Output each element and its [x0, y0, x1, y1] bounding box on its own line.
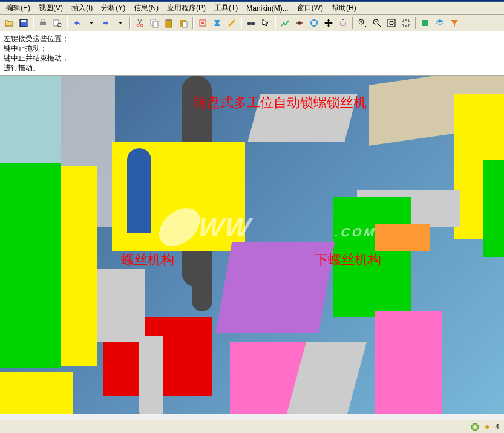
redo-dropdown[interactable]: [114, 16, 127, 30]
svg-point-7: [140, 24, 143, 27]
paste-special-button[interactable]: [177, 16, 190, 30]
save-button[interactable]: [17, 16, 30, 30]
orient-button[interactable]: [336, 16, 350, 30]
spin-icon: [309, 18, 319, 28]
menu-help[interactable]: 帮助(H): [328, 2, 360, 15]
undo-button[interactable]: [70, 16, 83, 30]
message-line: 进行拖动。: [4, 63, 500, 73]
model-part: [483, 160, 504, 257]
undo-icon: [72, 18, 82, 28]
menu-info[interactable]: 信息(N): [130, 2, 162, 15]
save-icon: [19, 18, 28, 28]
statusbar: 4: [0, 420, 504, 433]
menu-applications[interactable]: 应用程序(P): [163, 2, 209, 15]
menu-edit[interactable]: 编辑(E): [2, 2, 34, 15]
binoculars-icon: [246, 18, 256, 28]
render-style-button[interactable]: [419, 16, 432, 30]
open-button[interactable]: [2, 16, 16, 30]
svg-rect-9: [153, 21, 158, 27]
menu-tools[interactable]: 工具(T): [211, 2, 241, 15]
model-part: [0, 372, 73, 414]
separator: [67, 17, 68, 29]
svg-rect-24: [403, 20, 409, 26]
menu-manikin[interactable]: Manikin(M)...: [243, 3, 292, 14]
model-part: [247, 94, 357, 142]
watermark: ⬤WW.COM: [154, 203, 381, 245]
print-preview-button[interactable]: [51, 16, 64, 30]
annotation-left: 螺丝机构: [121, 251, 174, 269]
zoom-in-icon: [358, 18, 367, 28]
layer-button[interactable]: [433, 16, 447, 30]
undo-dropdown[interactable]: [85, 16, 98, 30]
separator: [352, 17, 353, 29]
model-part: [139, 336, 163, 414]
orient-icon: [338, 18, 348, 28]
separator: [241, 17, 242, 29]
dropdown-icon: [89, 18, 94, 28]
zoom-selected-icon: [401, 18, 411, 28]
copy-button[interactable]: [148, 16, 161, 30]
sketch-icon: [198, 18, 208, 28]
select-icon: [261, 18, 270, 28]
svg-rect-1: [21, 20, 26, 22]
select-button[interactable]: [259, 16, 272, 30]
model-part: [61, 166, 97, 366]
zoom-out-button[interactable]: [370, 16, 384, 30]
open-icon: [4, 18, 14, 28]
cut-icon: [135, 18, 145, 28]
chart-icon: [280, 18, 290, 28]
model-part: [375, 311, 442, 414]
print-button[interactable]: [36, 16, 50, 30]
svg-rect-25: [422, 20, 428, 26]
svg-rect-4: [54, 20, 59, 26]
svg-point-17: [251, 22, 255, 25]
svg-rect-13: [183, 22, 187, 27]
pan-button[interactable]: [322, 16, 335, 30]
paste-icon: [164, 18, 174, 28]
svg-point-16: [247, 22, 251, 25]
activity-icon: [471, 423, 479, 431]
zoom-fit-button[interactable]: [385, 16, 398, 30]
separator: [275, 17, 276, 29]
model-part: [216, 242, 335, 333]
svg-rect-11: [167, 19, 171, 21]
separator: [192, 17, 194, 29]
selection-filter-button[interactable]: [448, 16, 461, 30]
menu-analysis[interactable]: 分析(Y): [97, 2, 129, 15]
zoom-fit-icon: [387, 18, 396, 28]
separator: [415, 17, 416, 29]
redo-button[interactable]: [99, 16, 113, 30]
zoom-out-icon: [372, 18, 382, 28]
model-viewport[interactable]: ⬤WW.COM 转盘式多工位自动锁螺锁丝机 螺丝机构 下螺丝机构: [0, 76, 504, 414]
find-button[interactable]: [244, 16, 258, 30]
menu-insert[interactable]: 插入(I): [68, 2, 96, 15]
render-icon: [421, 18, 430, 28]
svg-point-19: [311, 20, 317, 26]
separator: [33, 17, 34, 29]
zoom-selected-button[interactable]: [399, 16, 413, 30]
arrow-right-icon: [483, 423, 491, 431]
measure-icon: [227, 18, 237, 28]
copy-icon: [149, 18, 159, 28]
svg-rect-22: [388, 19, 395, 27]
measure-button[interactable]: [225, 16, 238, 30]
paste-special-icon: [178, 18, 188, 28]
model-part: [0, 163, 61, 368]
menu-window[interactable]: 窗口(W): [293, 2, 327, 15]
menu-view[interactable]: 视图(V): [35, 2, 67, 15]
separator: [129, 17, 131, 29]
cut-button[interactable]: [133, 16, 146, 30]
spin-button[interactable]: [307, 16, 321, 30]
trim-icon: [295, 18, 304, 28]
model-part: [127, 148, 151, 233]
dropdown-icon: [118, 18, 123, 28]
pan-icon: [324, 18, 333, 28]
zoom-in-button[interactable]: [356, 16, 369, 30]
feature-button[interactable]: [211, 16, 224, 30]
sketch-button[interactable]: [196, 16, 209, 30]
view-toggle-button[interactable]: [278, 16, 292, 30]
paste-button[interactable]: [162, 16, 175, 30]
svg-rect-10: [166, 20, 172, 27]
message-line: 左键接受这些位置；: [4, 34, 500, 44]
trim-button[interactable]: [293, 16, 306, 30]
